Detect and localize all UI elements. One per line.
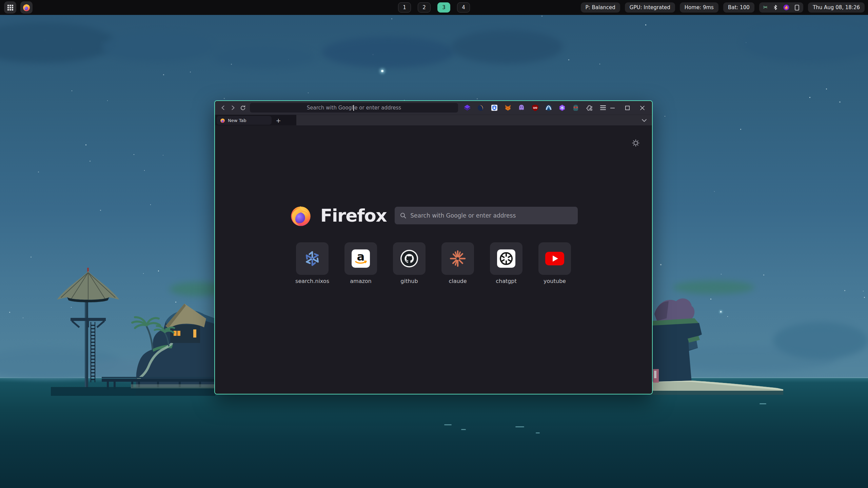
personalize-gear-button[interactable] [632,139,640,147]
gpu-pill[interactable]: GPU: Integrated [625,2,675,13]
moon-swirl-extension-icon[interactable] [476,103,485,112]
star [100,210,101,211]
workspace-button-1[interactable]: 1 [398,2,411,13]
system-tray: ✂ [759,2,803,13]
star [134,154,134,155]
tablet-icon[interactable] [795,5,799,11]
shortcut-search-nixos[interactable]: search.nixos [296,242,329,284]
workspace-button-3-active[interactable]: 3 [437,2,450,13]
star [740,129,741,130]
youtube-play-icon [545,252,564,265]
firefox-favicon [220,118,225,123]
water-sparkle [515,426,524,427]
workspace-switcher: 1 2 3 4 [398,2,470,13]
shortcut-claude[interactable]: claude [441,242,474,284]
shortcut-label: youtube [544,278,566,284]
star [809,97,810,98]
battery-pill[interactable]: Bat: 100 [723,2,754,13]
back-button[interactable] [218,103,228,113]
wallpaper-right-island [648,290,783,395]
star [107,100,108,101]
star [839,101,841,103]
water-sparkle [760,403,766,404]
star [844,290,845,291]
newtab-search-box[interactable] [395,207,578,224]
workspace-button-4[interactable]: 4 [457,2,470,13]
app-launcher-button[interactable] [4,1,16,14]
reload-button[interactable] [238,103,248,113]
youtube-tile [538,242,571,275]
star [38,171,39,172]
ublock-shield-extension-icon[interactable]: UO [531,103,539,112]
search-icon [400,212,406,219]
chatgpt-tile [490,242,522,275]
firefox-window: Search with Googl e or enter address [214,100,653,394]
star [190,72,191,73]
star [144,170,145,171]
flame-icon[interactable] [783,4,789,11]
power-profile-pill[interactable]: P: Balanced [581,2,620,13]
star [568,59,569,60]
star [90,161,91,162]
maximize-button[interactable] [622,103,632,112]
scissors-icon[interactable]: ✂ [763,5,768,10]
cloud [773,322,868,359]
water-sparkle [444,424,452,425]
firefox-logo [289,204,312,227]
cloud [214,46,315,68]
menu-hamburger-button[interactable] [598,103,607,112]
minimize-button[interactable] [607,103,617,112]
hex-snowflake-extension-icon[interactable] [558,103,567,112]
shortcut-label: chatgpt [496,278,517,284]
cloud [743,24,868,62]
newtab-search-input[interactable] [410,212,572,219]
star [391,18,392,19]
star [763,274,764,276]
amazon-tile: a [344,242,377,275]
clock[interactable]: Thu Aug 08, 18:26 [808,2,865,13]
shortcut-chatgpt[interactable]: chatgpt [490,242,522,284]
shield-lock-extension-icon[interactable] [490,103,499,112]
nixos-tile [296,242,329,275]
firefox-taskbar-button[interactable] [20,1,33,14]
list-all-tabs-button[interactable] [640,116,649,124]
workspace-button-2[interactable]: 2 [418,2,431,13]
shortcut-amazon[interactable]: a amazon [344,242,377,284]
ping-pill[interactable]: Home: 9ms [680,2,718,13]
forward-button[interactable] [228,103,238,113]
star [224,98,225,99]
star [9,312,10,313]
text-caret [353,105,354,111]
svg-text:a: a [357,251,365,263]
nixos-snowflake-icon [304,250,320,267]
github-tile [393,242,426,275]
star [72,90,72,91]
shortcut-label: search.nixos [295,278,329,284]
star [826,88,827,89]
star [163,155,163,156]
bluetooth-icon[interactable] [773,5,778,10]
firefox-wordmark: Firefox [320,205,387,226]
urlbar-placeholder-after: e or enter address [354,105,401,111]
purple-cube-extension-icon[interactable] [463,103,472,112]
ghost-extension-icon[interactable] [517,103,526,112]
github-octocat-icon [400,249,418,268]
window-controls [607,103,649,112]
extensions-puzzle-button[interactable] [585,103,594,112]
navigation-toolbar: Search with Googl e or enter address [215,101,652,115]
star [308,93,309,93]
shortcut-label: github [400,278,418,284]
blue-arc-extension-icon[interactable] [544,103,553,112]
spy-goggles-extension-icon[interactable] [571,103,580,112]
url-bar[interactable]: Search with Googl e or enter address [250,103,458,113]
new-tab-page: Firefox [215,125,652,394]
tab-new-tab[interactable]: New Tab [217,116,272,125]
claude-starburst-icon [449,250,466,267]
close-button[interactable] [637,103,647,112]
shortcut-github[interactable]: github [393,242,426,284]
urlbar-placeholder-before: Search with Googl [307,105,353,111]
star [660,264,662,265]
new-tab-button[interactable]: + [274,116,283,125]
metamask-fox-extension-icon[interactable] [504,103,512,112]
shortcut-youtube[interactable]: youtube [538,242,571,284]
